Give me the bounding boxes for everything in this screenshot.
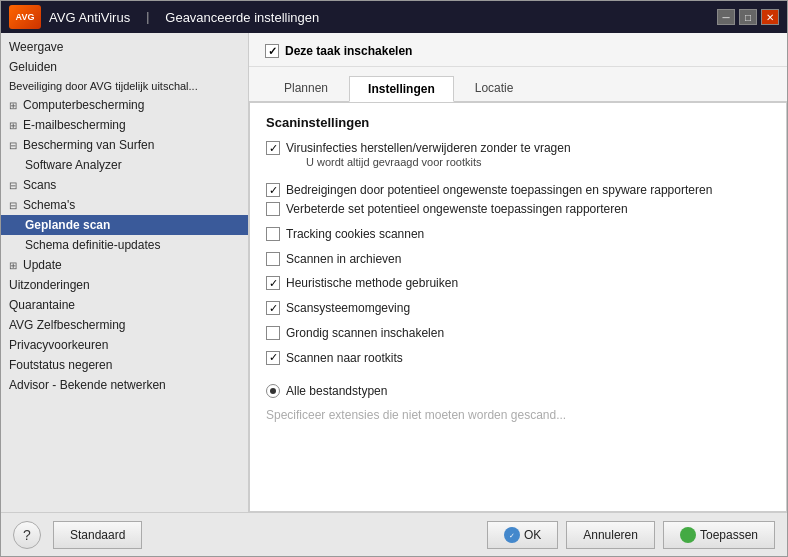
sidebar-item-weergave[interactable]: Weergave xyxy=(1,37,248,57)
sidebar-item-privacyvoorkeuren[interactable]: Privacyvoorkeuren xyxy=(1,335,248,355)
sidebar-item-scans[interactable]: ⊟Scans xyxy=(1,175,248,195)
option-row-1: ✓ Virusinfecties herstellen/verwijderen … xyxy=(266,140,770,174)
option-row-3: Verbeterde set potentieel ongewenste toe… xyxy=(266,201,770,218)
enable-task-text: Deze taak inschakelen xyxy=(285,44,412,58)
expand-icon: ⊟ xyxy=(9,180,17,191)
option-label-9: Scannen naar rootkits xyxy=(286,350,403,367)
option-label-1: Virusinfecties herstellen/verwijderen zo… xyxy=(286,141,571,155)
checkbox-opt7[interactable]: ✓ xyxy=(266,301,280,315)
title-bar-left: AVG AVG AntiVirus | Geavanceerde instell… xyxy=(9,5,319,29)
avg-logo: AVG xyxy=(9,5,41,29)
enable-task-label[interactable]: ✓ Deze taak inschakelen xyxy=(265,43,771,58)
option-label-7: Scansysteemomgeving xyxy=(286,300,410,317)
apply-icon xyxy=(680,527,696,543)
sidebar-item-geplande-scan[interactable]: Geplande scan xyxy=(1,215,248,235)
option-sub-1: U wordt altijd gevraagd voor rootkits xyxy=(286,155,571,170)
ok-button[interactable]: ✓ OK xyxy=(487,521,558,549)
panel-wrapper: Scaninstellingen ✓ Virusinfecties herste… xyxy=(249,102,787,512)
option-row-10: Alle bestandstypen xyxy=(266,383,770,400)
option-row-5: Scannen in archieven xyxy=(266,251,770,268)
option-row-9: ✓ Scannen naar rootkits xyxy=(266,350,770,367)
checkbox-opt4[interactable] xyxy=(266,227,280,241)
option-row-4: Tracking cookies scannen xyxy=(266,226,770,243)
option-label-3: Verbeterde set potentieel ongewenste toe… xyxy=(286,201,628,218)
sidebar-item-beveiliging[interactable]: Beveiliging door AVG tijdelijk uitschal.… xyxy=(1,77,248,95)
title-bar-subtitle: Geavanceerde instellingen xyxy=(165,10,319,25)
sidebar-item-schema-definitie[interactable]: Schema definitie-updates xyxy=(1,235,248,255)
option-label-5: Scannen in archieven xyxy=(286,251,401,268)
option-row-7: ✓ Scansysteemomgeving xyxy=(266,300,770,317)
sidebar-item-software-analyzer[interactable]: Software Analyzer xyxy=(1,155,248,175)
radio-opt10[interactable] xyxy=(266,384,280,398)
sidebar-item-update[interactable]: ⊞Update xyxy=(1,255,248,275)
sidebar-item-emailbescherming[interactable]: ⊞E-mailbescherming xyxy=(1,115,248,135)
option-label-4: Tracking cookies scannen xyxy=(286,226,424,243)
expand-icon: ⊟ xyxy=(9,200,17,211)
option-label-11: Specificeer extensies die niet moeten wo… xyxy=(266,407,566,424)
checkbox-opt2[interactable]: ✓ xyxy=(266,183,280,197)
top-checkbox-bar: ✓ Deze taak inschakelen xyxy=(249,33,787,67)
restore-button[interactable]: □ xyxy=(739,9,757,25)
apply-button[interactable]: Toepassen xyxy=(663,521,775,549)
checkbox-opt9[interactable]: ✓ xyxy=(266,351,280,365)
main-window: AVG AVG AntiVirus | Geavanceerde instell… xyxy=(0,0,788,557)
checkbox-opt6[interactable]: ✓ xyxy=(266,276,280,290)
option-label-2: Bedreigingen door potentieel ongewenste … xyxy=(286,182,712,199)
sidebar-item-foutstatus[interactable]: Foutstatus negeren xyxy=(1,355,248,375)
option-label-10: Alle bestandstypen xyxy=(286,383,387,400)
expand-icon: ⊟ xyxy=(9,140,17,151)
checkbox-opt8[interactable] xyxy=(266,326,280,340)
option-row-11: Specificeer extensies die niet moeten wo… xyxy=(266,407,770,424)
sidebar-item-uitzonderingen[interactable]: Uitzonderingen xyxy=(1,275,248,295)
cancel-button[interactable]: Annuleren xyxy=(566,521,655,549)
bottom-left: ? Standaard xyxy=(13,521,142,549)
right-panel: ✓ Deze taak inschakelen Plannen Instelli… xyxy=(249,33,787,512)
option-label-8: Grondig scannen inschakelen xyxy=(286,325,444,342)
close-button[interactable]: ✕ xyxy=(761,9,779,25)
option-row-2: ✓ Bedreigingen door potentieel ongewenst… xyxy=(266,182,770,199)
section-title: Scaninstellingen xyxy=(266,115,770,130)
expand-icon: ⊞ xyxy=(9,260,17,271)
main-content: Weergave Geluiden Beveiliging door AVG t… xyxy=(1,33,787,512)
panel-content[interactable]: Scaninstellingen ✓ Virusinfecties herste… xyxy=(249,102,787,512)
svg-text:✓: ✓ xyxy=(509,532,515,539)
sidebar-item-bescherming-surfen[interactable]: ⊟Bescherming van Surfen xyxy=(1,135,248,155)
title-bar-app-name: AVG AntiVirus xyxy=(49,10,130,25)
svg-point-2 xyxy=(683,530,693,540)
expand-icon: ⊞ xyxy=(9,100,17,111)
help-button[interactable]: ? xyxy=(13,521,41,549)
sidebar: Weergave Geluiden Beveiliging door AVG t… xyxy=(1,33,249,512)
standard-button[interactable]: Standaard xyxy=(53,521,142,549)
sidebar-item-quarantaine[interactable]: Quarantaine xyxy=(1,295,248,315)
bottom-right: ✓ OK Annuleren Toepassen xyxy=(487,521,775,549)
option-label-6: Heuristische methode gebruiken xyxy=(286,275,458,292)
enable-task-checkbox[interactable]: ✓ xyxy=(265,44,279,58)
tab-plannen[interactable]: Plannen xyxy=(265,75,347,101)
tab-locatie[interactable]: Locatie xyxy=(456,75,533,101)
checkbox-opt1[interactable]: ✓ xyxy=(266,141,280,155)
apply-label: Toepassen xyxy=(700,528,758,542)
checkbox-opt3[interactable] xyxy=(266,202,280,216)
minimize-button[interactable]: ─ xyxy=(717,9,735,25)
sidebar-item-schemas[interactable]: ⊟Schema's xyxy=(1,195,248,215)
ok-label: OK xyxy=(524,528,541,542)
tab-instellingen[interactable]: Instellingen xyxy=(349,76,454,102)
bottom-bar: ? Standaard ✓ OK Annuleren Toepassen xyxy=(1,512,787,556)
expand-icon: ⊞ xyxy=(9,120,17,131)
sidebar-item-avg-zelfbescherming[interactable]: AVG Zelfbescherming xyxy=(1,315,248,335)
sidebar-item-geluiden[interactable]: Geluiden xyxy=(1,57,248,77)
ok-icon: ✓ xyxy=(504,527,520,543)
title-bar-controls: ─ □ ✕ xyxy=(717,9,779,25)
sidebar-item-advisor[interactable]: Advisor - Bekende netwerken xyxy=(1,375,248,395)
title-bar: AVG AVG AntiVirus | Geavanceerde instell… xyxy=(1,1,787,33)
sidebar-item-computerbescherming[interactable]: ⊞Computerbescherming xyxy=(1,95,248,115)
checkbox-opt5[interactable] xyxy=(266,252,280,266)
option-row-8: Grondig scannen inschakelen xyxy=(266,325,770,342)
option-row-6: ✓ Heuristische methode gebruiken xyxy=(266,275,770,292)
tabs-bar: Plannen Instellingen Locatie xyxy=(249,67,787,102)
